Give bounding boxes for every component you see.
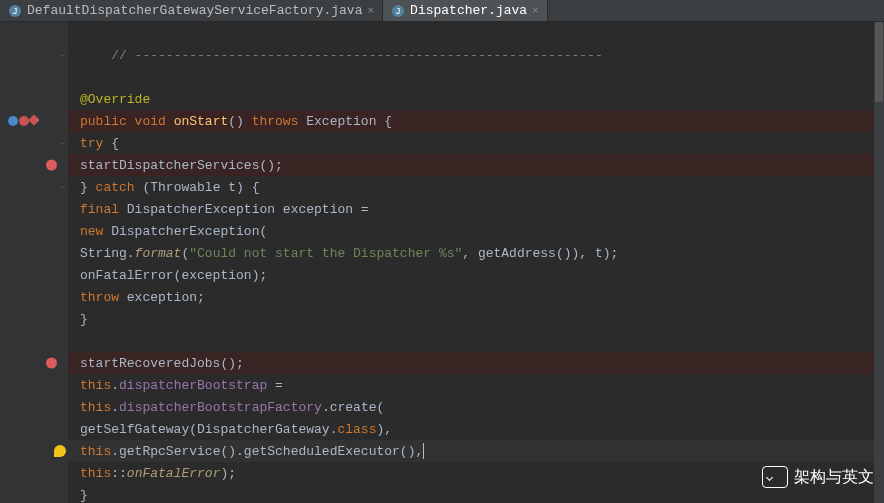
caret [423,443,424,459]
fold-icon[interactable]: − [60,51,68,59]
java-file-icon: J [8,4,22,18]
gutter[interactable]: − − − [0,22,68,503]
code-area[interactable]: // -------------------------------------… [68,22,884,503]
intention-bulb-icon[interactable] [54,445,66,457]
close-icon[interactable]: × [532,5,539,17]
breakpoint-icon[interactable] [46,358,57,369]
editor-tabs: J DefaultDispatcherGatewayServiceFactory… [0,0,884,22]
breakpoint-icon[interactable] [46,160,57,171]
scrollbar-thumb[interactable] [875,22,883,102]
tab-label: DefaultDispatcherGatewayServiceFactory.j… [27,3,362,18]
tab-default-dispatcher-factory[interactable]: J DefaultDispatcherGatewayServiceFactory… [0,0,383,21]
tab-label: Dispatcher.java [410,3,527,18]
java-file-icon: J [391,4,405,18]
override-markers[interactable] [8,116,38,126]
svg-text:J: J [396,6,401,16]
tab-dispatcher[interactable]: J Dispatcher.java × [383,0,548,21]
scrollbar[interactable] [874,22,884,503]
fold-icon[interactable]: − [60,183,68,191]
close-icon[interactable]: × [367,5,374,17]
editor: − − − // -------------------------------… [0,22,884,503]
fold-icon[interactable]: − [60,139,68,147]
svg-text:J: J [13,6,18,16]
